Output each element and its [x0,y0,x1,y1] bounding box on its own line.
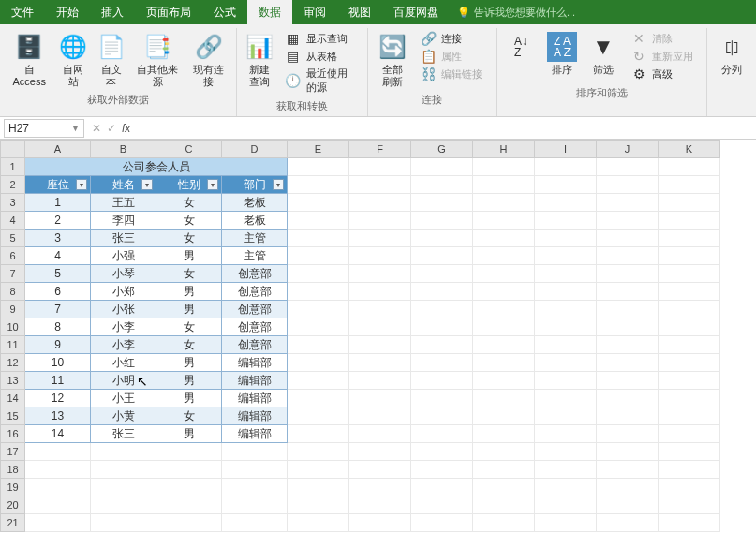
table-cell[interactable]: 男 [156,425,222,443]
new-query-button[interactable]: 📊 新建 查询 [243,30,276,89]
table-cell[interactable]: 女 [156,194,222,212]
sort-button[interactable]: Z AA Z 排序 [543,30,581,78]
empty-cell[interactable] [156,496,222,514]
table-cell[interactable]: 老板 [222,212,288,230]
connections-button[interactable]: 🔗 连接 [415,30,490,47]
row-header-2[interactable]: 2 [1,176,25,194]
table-cell[interactable]: 主管 [222,230,288,247]
empty-cell[interactable] [156,514,222,532]
cancel-formula-button[interactable]: ✕ [92,122,101,135]
empty-cell[interactable] [349,443,411,461]
row-header-9[interactable]: 9 [1,301,25,318]
empty-cell[interactable] [411,496,473,514]
existing-conn-button[interactable]: 🔗 现有连接 [187,30,230,89]
table-cell[interactable]: 王五 [91,194,156,212]
tell-me[interactable]: 💡 告诉我您想要做什么... [450,0,583,24]
row-header-5[interactable]: 5 [1,230,25,247]
col-header-G[interactable]: G [411,141,473,158]
table-cell[interactable]: 编辑部 [222,354,288,372]
edit-links-button[interactable]: ⛓️ 编辑链接 [415,66,490,82]
table-cell[interactable]: 小红 [91,354,156,372]
menu-home[interactable]: 开始 [45,0,90,24]
empty-cell[interactable] [222,443,288,461]
menu-file[interactable]: 文件 [0,0,45,24]
table-cell[interactable]: 小李 [91,318,156,336]
table-cell[interactable]: 张三 [91,425,156,443]
table-cell[interactable]: 编辑部 [222,407,288,425]
filter-button[interactable]: ▼ 筛选 [585,30,622,78]
table-cell[interactable]: 7 [25,301,91,318]
filter-arrow-icon[interactable]: ▾ [207,179,218,190]
table-cell[interactable]: 创意部 [222,265,288,283]
empty-cell[interactable] [288,443,349,461]
empty-cell[interactable] [91,496,156,514]
empty-cell[interactable] [25,461,91,479]
empty-cell[interactable] [222,461,288,479]
empty-cell[interactable] [156,461,222,479]
show-queries-button[interactable]: ▦ 显示查询 [280,30,363,47]
table-cell[interactable]: 创意部 [222,283,288,301]
table-header-name[interactable]: 姓名▾ [91,176,156,194]
chevron-down-icon[interactable]: ▼ [71,124,80,133]
name-box[interactable]: H27 ▼ [4,119,84,138]
row-header-6[interactable]: 6 [1,247,25,265]
fx-button[interactable]: fx [122,122,130,135]
empty-cell[interactable] [535,443,597,461]
empty-cell[interactable] [659,461,720,479]
row-header-3[interactable]: 3 [1,194,25,212]
col-header-C[interactable]: C [156,141,222,158]
empty-cell[interactable] [411,514,473,532]
table-header-seat[interactable]: 座位▾ [25,176,91,194]
row-header-4[interactable]: 4 [1,212,25,230]
table-cell[interactable]: 张三 [91,230,156,247]
formula-input[interactable] [138,119,756,138]
col-header-K[interactable]: K [659,141,720,158]
row-header-19[interactable]: 19 [1,479,25,496]
empty-cell[interactable] [222,514,288,532]
empty-cell[interactable] [222,496,288,514]
empty-cell[interactable] [222,479,288,496]
table-cell[interactable]: 男 [156,372,222,390]
table-cell[interactable]: 创意部 [222,336,288,354]
row-header-13[interactable]: 13 [1,372,25,390]
enter-formula-button[interactable]: ✓ [107,122,116,135]
table-cell[interactable]: 男 [156,283,222,301]
empty-cell[interactable] [473,461,535,479]
col-header-B[interactable]: B [91,141,156,158]
text-to-columns-button[interactable]: ⎅ 分列 [713,30,750,78]
table-cell[interactable]: 小琴 [91,265,156,283]
filter-arrow-icon[interactable]: ▾ [76,179,87,190]
clear-filter-button[interactable]: ✕ 清除 [626,30,701,47]
table-cell[interactable]: 男 [156,301,222,318]
table-cell[interactable]: 6 [25,283,91,301]
empty-cell[interactable] [535,514,597,532]
select-all-corner[interactable] [1,141,25,158]
reapply-button[interactable]: ↻ 重新应用 [626,48,701,65]
empty-cell[interactable] [535,461,597,479]
table-cell[interactable]: 李四 [91,212,156,230]
filter-arrow-icon[interactable]: ▾ [273,179,284,190]
table-cell[interactable]: 10 [25,354,91,372]
table-cell[interactable]: 11 [25,372,91,390]
empty-cell[interactable] [411,443,473,461]
menu-data[interactable]: 数据 [247,0,292,24]
empty-cell[interactable] [156,443,222,461]
table-cell[interactable]: 13 [25,407,91,425]
table-cell[interactable]: 女 [156,318,222,336]
table-cell[interactable]: 小黄 [91,407,156,425]
table-cell[interactable]: 女 [156,265,222,283]
table-cell[interactable]: 8 [25,318,91,336]
table-cell[interactable]: 女 [156,407,222,425]
empty-cell[interactable] [535,479,597,496]
recent-sources-button[interactable]: 🕘 最近使用的源 [280,66,363,96]
table-cell[interactable]: 小明 [91,372,156,390]
table-cell[interactable]: 创意部 [222,301,288,318]
empty-cell[interactable] [91,443,156,461]
empty-cell[interactable] [349,514,411,532]
from-other-button[interactable]: 📑 自其他来源 [132,30,184,89]
table-cell[interactable]: 5 [25,265,91,283]
table-cell[interactable]: 男 [156,354,222,372]
row-header-10[interactable]: 10 [1,318,25,336]
empty-cell[interactable] [25,514,91,532]
from-web-button[interactable]: 🌐 自网站 [56,30,90,89]
